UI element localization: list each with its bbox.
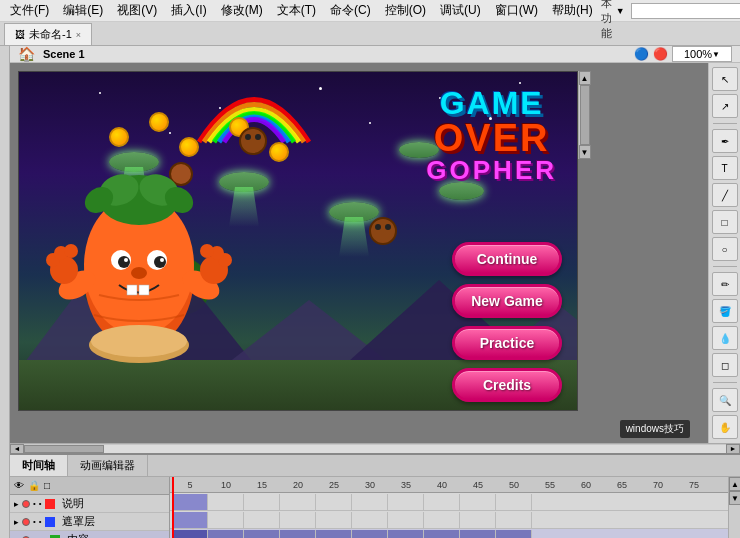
- toolbar-pen-btn[interactable]: ✒: [712, 129, 738, 153]
- frame-cell-1-0[interactable]: [172, 512, 208, 528]
- toolbar-hand-btn[interactable]: ✋: [712, 415, 738, 439]
- menu-item-window[interactable]: 窗口(W): [489, 0, 544, 21]
- toolbar-eraser-btn[interactable]: ◻: [712, 353, 738, 377]
- game-title: GAME OVER GOPHER: [426, 87, 557, 183]
- timeline-scroll-up[interactable]: ▲: [729, 477, 740, 491]
- frame-cell-1-1[interactable]: [208, 512, 244, 528]
- menu-item-text[interactable]: 文本(T): [271, 0, 322, 21]
- toolbar-select-btn[interactable]: ↖: [712, 67, 738, 91]
- menu-item-command[interactable]: 命令(C): [324, 0, 377, 21]
- frame-cell-1-5[interactable]: [352, 512, 388, 528]
- document-tab[interactable]: 🖼 未命名-1 ×: [4, 23, 92, 45]
- frame-tick-60: 60: [568, 480, 604, 490]
- frame-cell-0-5[interactable]: [352, 494, 388, 510]
- menu-item-debug[interactable]: 调试(U): [434, 0, 487, 21]
- timeline-scroll-down[interactable]: ▼: [729, 491, 740, 505]
- frame-cell-0-1[interactable]: [208, 494, 244, 510]
- layer-visibility-dot-1[interactable]: [22, 518, 30, 526]
- menu-item-view[interactable]: 视图(V): [111, 0, 163, 21]
- search-input[interactable]: [631, 3, 740, 19]
- frame-cell-1-2[interactable]: [244, 512, 280, 528]
- frame-cell-2-8[interactable]: [460, 530, 496, 539]
- frame-cell-2-4[interactable]: [316, 530, 352, 539]
- gopher-1: [239, 127, 267, 155]
- new-game-button[interactable]: New Game: [452, 284, 562, 318]
- frame-cell-0-3[interactable]: [280, 494, 316, 510]
- frame-cell-1-4[interactable]: [316, 512, 352, 528]
- frame-cell-1-6[interactable]: [388, 512, 424, 528]
- frame-cell-0-6[interactable]: [388, 494, 424, 510]
- lock-icon[interactable]: 🔒: [28, 480, 40, 491]
- canvas-v-scrollbar[interactable]: ▲ ▼: [578, 71, 590, 159]
- color-icon[interactable]: 🔴: [653, 47, 668, 61]
- menu-item-file[interactable]: 文件(F): [4, 0, 55, 21]
- tab-timeline[interactable]: 时间轴: [10, 455, 68, 476]
- frame-cell-1-7[interactable]: [424, 512, 460, 528]
- frame-cell-2-9[interactable]: [496, 530, 532, 539]
- frame-cell-2-0[interactable]: [172, 530, 208, 539]
- scroll-up-button[interactable]: ▲: [579, 71, 591, 85]
- toolbar-line-btn[interactable]: ╱: [712, 183, 738, 207]
- frame-cell-1-3[interactable]: [280, 512, 316, 528]
- frame-cell-2-5[interactable]: [352, 530, 388, 539]
- menu-item-modify[interactable]: 修改(M): [215, 0, 269, 21]
- dropdown-icon[interactable]: ▼: [616, 6, 625, 16]
- practice-button[interactable]: Practice: [452, 326, 562, 360]
- timeline-v-scrollbar[interactable]: ▲ ▼: [728, 477, 740, 538]
- zoom-control[interactable]: 100% ▼: [672, 46, 732, 62]
- svg-point-17: [160, 258, 164, 262]
- menu-item-help[interactable]: 帮助(H): [546, 0, 599, 21]
- layer-row-2[interactable]: ▸ ✏ • 内容: [10, 531, 169, 538]
- layer-expand-icon-2: ▸: [14, 535, 19, 539]
- layer-row-0[interactable]: ▸ • • 说明: [10, 495, 169, 513]
- carrot-character: [39, 145, 239, 375]
- frame-cell-2-2[interactable]: [244, 530, 280, 539]
- frame-cell-1-9[interactable]: [496, 512, 532, 528]
- frame-cell-2-7[interactable]: [424, 530, 460, 539]
- frame-tick-5: 5: [172, 480, 208, 490]
- square-icon[interactable]: □: [44, 480, 50, 491]
- toolbar-oval-btn[interactable]: ○: [712, 237, 738, 261]
- scroll-thumb[interactable]: [580, 85, 590, 145]
- toolbar-text-btn[interactable]: T: [712, 156, 738, 180]
- frame-tick-35: 35: [388, 480, 424, 490]
- frame-cell-0-8[interactable]: [460, 494, 496, 510]
- title-gopher: GOPHER: [426, 157, 557, 183]
- credits-button[interactable]: Credits: [452, 368, 562, 402]
- menu-item-control[interactable]: 控制(O): [379, 0, 432, 21]
- game-buttons: Continue New Game Practice Credits: [452, 242, 562, 402]
- toolbar-eyedropper-btn[interactable]: 💧: [712, 326, 738, 350]
- h-scroll-left-button[interactable]: ◄: [10, 444, 24, 454]
- tab-animation-editor[interactable]: 动画编辑器: [68, 455, 148, 476]
- frame-tick-20: 20: [280, 480, 316, 490]
- fit-icon[interactable]: 🔵: [634, 47, 649, 61]
- toolbar-rect-btn[interactable]: □: [712, 210, 738, 234]
- frame-cell-0-9[interactable]: [496, 494, 532, 510]
- toolbar-zoom-btn[interactable]: 🔍: [712, 388, 738, 412]
- toolbar-pencil-btn[interactable]: ✏: [712, 272, 738, 296]
- svg-rect-19: [127, 285, 137, 295]
- h-scroll-right-button[interactable]: ►: [726, 444, 740, 454]
- eye-icon[interactable]: 👁: [14, 480, 24, 491]
- frame-cell-0-0[interactable]: [172, 494, 208, 510]
- frame-tick-30: 30: [352, 480, 388, 490]
- frame-cell-2-3[interactable]: [280, 530, 316, 539]
- menu-item-insert[interactable]: 插入(I): [165, 0, 212, 21]
- tab-close-button[interactable]: ×: [76, 30, 81, 40]
- frame-cell-2-1[interactable]: [208, 530, 244, 539]
- frame-cell-0-7[interactable]: [424, 494, 460, 510]
- svg-point-32: [91, 325, 187, 357]
- h-scroll-thumb[interactable]: [24, 445, 104, 453]
- menu-item-edit[interactable]: 编辑(E): [57, 0, 109, 21]
- frame-cell-0-4[interactable]: [316, 494, 352, 510]
- continue-button[interactable]: Continue: [452, 242, 562, 276]
- frame-cell-0-2[interactable]: [244, 494, 280, 510]
- scroll-down-button[interactable]: ▼: [579, 145, 591, 159]
- toolbar-bucket-btn[interactable]: 🪣: [712, 299, 738, 323]
- frame-cell-2-6[interactable]: [388, 530, 424, 539]
- layer-visibility-dot-0[interactable]: [22, 500, 30, 508]
- toolbar-subselect-btn[interactable]: ↗: [712, 94, 738, 118]
- layer-row-1[interactable]: ▸ • • 遮罩层: [10, 513, 169, 531]
- frame-cell-1-8[interactable]: [460, 512, 496, 528]
- coin-1: [109, 127, 129, 147]
